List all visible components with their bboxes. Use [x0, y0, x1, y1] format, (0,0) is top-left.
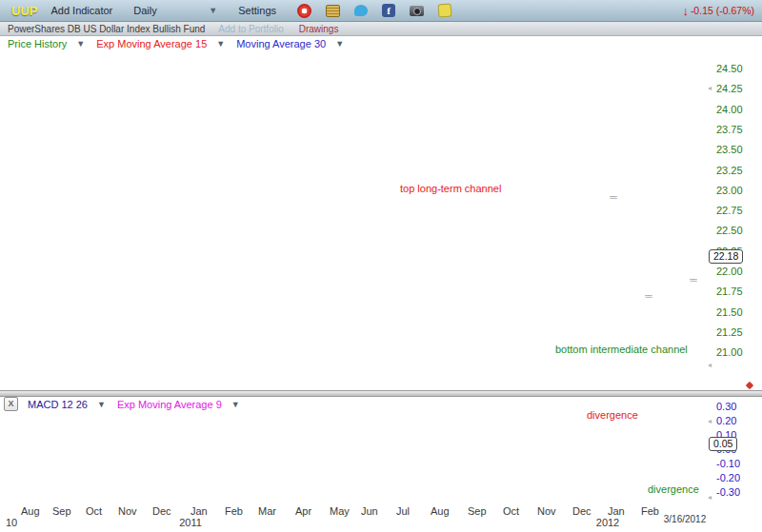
legend-ma30[interactable]: Moving Average 30 [236, 38, 326, 49]
macd-value-badge: 0.05 [709, 437, 737, 451]
symbol-subbar: PowerShares DB US Dollar Index Bullish F… [0, 22, 762, 36]
coins-icon[interactable] [326, 5, 340, 17]
x-axis-year-label: 2012 [596, 517, 619, 528]
price-axis-label: 22.75 [716, 205, 743, 216]
price-axis-label: 21.00 [716, 346, 743, 358]
price-axis-label: 23.00 [716, 185, 743, 196]
period-value: Daily [133, 5, 156, 16]
x-axis-end-date: 3/16/2012 [664, 514, 707, 524]
legend-ema9[interactable]: Exp Moving Average 9 [117, 399, 222, 410]
axis-scroll-arrow-icon: ◂ [708, 361, 712, 369]
legend-ema15[interactable]: Exp Moving Average 15 [96, 38, 207, 49]
period-dropdown[interactable]: Daily ▼ [133, 5, 217, 16]
annotation-bottom-channel[interactable]: bottom intermediate channel [555, 344, 688, 355]
add-indicator-button[interactable]: Add Indicator [50, 5, 112, 16]
axis-scroll-arrow-icon: ◂ [708, 417, 712, 425]
squiggle-mark: ≈≈ [690, 276, 696, 285]
price-axis-label: 23.25 [716, 165, 743, 176]
camera-icon[interactable] [410, 6, 424, 16]
charting-app: UUP Add Indicator Daily ▼ Settings f ↓ -… [0, 0, 762, 532]
price-change: ↓ -0.15 (-0.67%) [682, 4, 754, 18]
price-axis-label: 24.50 [716, 63, 743, 74]
settings-button[interactable]: Settings [238, 5, 276, 16]
price-axis-label: 22.50 [716, 225, 743, 236]
close-icon[interactable]: X [4, 397, 18, 411]
price-legend: Price History ▼ Exp Moving Average 15 ▼ … [8, 38, 355, 49]
price-axis-label: 24.00 [716, 104, 743, 115]
squiggle-mark: ≈≈ [645, 292, 652, 301]
macd-axis-label: 0.30 [716, 401, 736, 412]
note-icon[interactable] [438, 4, 452, 18]
facebook-icon[interactable]: f [382, 4, 395, 17]
price-axis-label: 21.25 [716, 326, 743, 338]
price-axis-label: 21.50 [716, 306, 743, 318]
down-arrow-icon: ↓ [682, 4, 689, 18]
price-axis-label: 23.50 [716, 144, 743, 155]
x-axis-year-label: 2011 [179, 517, 202, 528]
squiggle-mark: ≈≈ [610, 193, 616, 202]
twitter-icon[interactable] [354, 5, 368, 16]
annotation-divergence-green[interactable]: divergence [648, 483, 699, 495]
price-axis-label: 22.00 [716, 266, 743, 277]
alarm-icon[interactable] [297, 4, 311, 18]
chevron-down-icon: ▼ [209, 6, 217, 15]
chevron-down-icon[interactable]: ▼ [335, 39, 344, 49]
axis-scroll-arrow-icon: ◂ [708, 493, 712, 502]
change-value: -0.15 (-0.67%) [691, 5, 754, 16]
price-axis-label: 23.75 [716, 124, 743, 135]
x-axis-year-label: 10 [6, 517, 17, 528]
symbol-label[interactable]: UUP [11, 4, 37, 18]
macd-axis-label: -0.30 [716, 486, 740, 498]
macd-axis-label: -0.20 [716, 472, 740, 483]
chevron-down-icon[interactable]: ▼ [231, 400, 240, 409]
macd-legend: X MACD 12 26 ▼ Exp Moving Average 9 ▼ [4, 397, 251, 411]
chevron-down-icon[interactable]: ▼ [97, 400, 106, 409]
drawings-overlay[interactable] [0, 0, 762, 532]
top-toolbar: UUP Add Indicator Daily ▼ Settings f ↓ -… [0, 0, 762, 22]
add-to-portfolio-link[interactable]: Add to Portfolio [218, 24, 283, 34]
legend-price-history[interactable]: Price History [8, 38, 67, 49]
annotation-top-channel[interactable]: top long-term channel [400, 183, 501, 194]
annotation-divergence-red[interactable]: divergence [587, 409, 638, 421]
price-axis-label: 24.25 [716, 83, 743, 94]
chevron-down-icon[interactable]: ▼ [76, 39, 85, 49]
axis-scroll-arrow-icon: ◂ [708, 84, 712, 92]
legend-macd[interactable]: MACD 12 26 [28, 399, 88, 410]
pane-splitter[interactable] [0, 390, 762, 397]
macd-axis-label: 0.20 [716, 415, 736, 426]
drawings-menu[interactable]: Drawings [299, 24, 339, 34]
chevron-down-icon[interactable]: ▼ [216, 39, 225, 49]
fund-name: PowerShares DB US Dollar Index Bullish F… [8, 24, 205, 34]
price-axis-label: 21.75 [716, 286, 743, 297]
macd-axis-label: -0.10 [716, 458, 740, 469]
last-price-badge: 22.18 [709, 249, 743, 264]
